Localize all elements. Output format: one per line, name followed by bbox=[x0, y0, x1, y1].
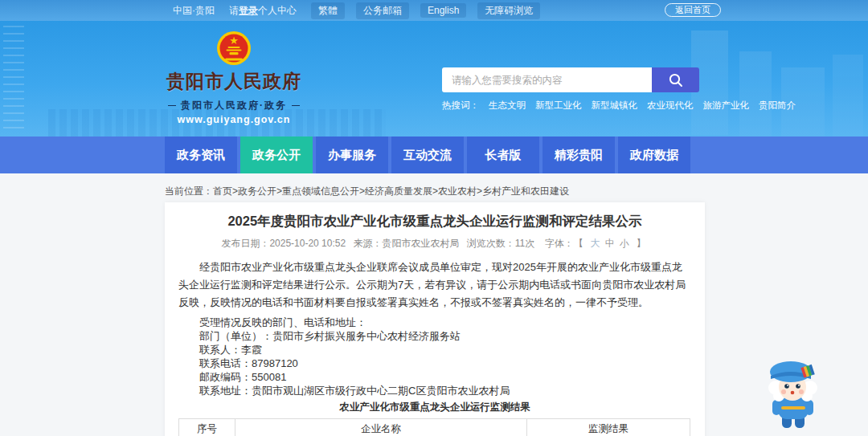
font-size-option[interactable]: 小 bbox=[620, 238, 629, 249]
site-logo-block[interactable]: ★ 贵阳市人民政府 贵阳市人民政府·政务 www.guiyang.gov.cn bbox=[165, 31, 303, 125]
login-emphasis: 登录 bbox=[239, 5, 258, 16]
results-table: 序号企业名称监测结果 1贵州合力超市采购有限公司合格2贵州友禾种业有限公司合格3… bbox=[178, 418, 690, 436]
hot-search-word[interactable]: 农业现代化 bbox=[647, 100, 694, 112]
nav-item[interactable]: 政府数据 bbox=[618, 137, 690, 173]
topbar-link[interactable]: 繁體 bbox=[311, 2, 345, 19]
nav-item[interactable]: 精彩贵阳 bbox=[542, 137, 615, 173]
article-paragraph: 邮政编码：550081 bbox=[178, 372, 691, 382]
city-silhouette-right bbox=[683, 31, 868, 137]
article-paragraph: 部门（单位）：贵阳市乡村振兴服务中心农村经济服务站 bbox=[178, 331, 691, 341]
hot-search-word[interactable]: 贵阳简介 bbox=[759, 100, 796, 112]
publish-date: 发布日期：2025-10-20 10:52 bbox=[221, 238, 346, 249]
topbar-link[interactable]: 无障碍浏览 bbox=[477, 2, 540, 19]
main-nav-bar: 政务资讯政务公开办事服务互动交流长者版精彩贵阳政府数据 bbox=[0, 137, 868, 173]
national-emblem-icon: ★ bbox=[215, 31, 252, 66]
font-label-prefix: 字体：【 bbox=[545, 238, 583, 249]
hot-search-word[interactable]: 新型城镇化 bbox=[592, 100, 638, 112]
region-link[interactable]: 中国·贵阳 bbox=[173, 4, 215, 18]
nav-item[interactable]: 长者版 bbox=[467, 137, 539, 173]
breadcrumb: 当前位置：首页>政务公开>重点领域信息公开>经济高质量发展>农业农村>乡村产业和… bbox=[165, 185, 569, 198]
search-icon bbox=[668, 72, 684, 88]
table-header-cell: 企业名称 bbox=[235, 419, 527, 436]
site-subtitle: 贵阳市人民政府·政务 bbox=[165, 99, 303, 112]
search-button[interactable] bbox=[652, 67, 699, 92]
login-prefix: 请 bbox=[229, 5, 239, 16]
article-paragraph: 经贵阳市农业产业化市级重点龙头企业联席会议成员单位审定，现对2025年开展的农业… bbox=[178, 259, 691, 312]
font-label-suffix: 】 bbox=[637, 238, 646, 249]
back-home-button[interactable]: 返回首页 bbox=[665, 3, 721, 17]
site-title: 贵阳市人民政府 bbox=[165, 69, 303, 94]
content-area: 当前位置：首页>政务公开>重点领域信息公开>经济高质量发展>农业农村>乡村产业和… bbox=[0, 173, 868, 436]
view-count: 浏览次数：11次 bbox=[467, 238, 534, 249]
mascot-assistant[interactable] bbox=[760, 358, 825, 434]
banner-pattern-left bbox=[3, 26, 24, 130]
hot-search-row: 热搜词： 生态文明新型工业化新型城镇化农业现代化旅游产业化贵阳简介 bbox=[442, 100, 699, 112]
topbar-link[interactable]: 公务邮箱 bbox=[356, 2, 409, 19]
hot-search-word[interactable]: 生态文明 bbox=[489, 100, 526, 112]
font-size-option[interactable]: 大 bbox=[591, 238, 600, 249]
font-size-control: 字体：【大中小】 bbox=[542, 238, 649, 249]
font-size-option[interactable]: 中 bbox=[605, 238, 615, 249]
site-url: www.guiyang.gov.cn bbox=[165, 114, 303, 125]
search-block: 热搜词： 生态文明新型工业化新型城镇化农业现代化旅游产业化贵阳简介 bbox=[442, 67, 699, 112]
hot-search-word[interactable]: 旅游产业化 bbox=[703, 100, 750, 112]
article-body: 经贵阳市农业产业化市级重点龙头企业联席会议成员单位审定，现对2025年开展的农业… bbox=[178, 259, 691, 396]
table-header-cell: 序号 bbox=[179, 419, 235, 436]
hot-search-label: 热搜词： bbox=[442, 100, 479, 112]
article-paragraph: 联系人：李霞 bbox=[178, 344, 691, 355]
table-header-cell: 监测结果 bbox=[527, 419, 690, 436]
top-utility-bar: 中国·贵阳 请登录个人中心 繁體公务邮箱English无障碍浏览 返回首页 bbox=[0, 0, 868, 21]
topbar-links: 中国·贵阳 请登录个人中心 繁體公务邮箱English无障碍浏览 bbox=[173, 0, 540, 21]
main-nav-items: 政务资讯政务公开办事服务互动交流长者版精彩贵阳政府数据 bbox=[165, 137, 690, 173]
nav-item[interactable]: 办事服务 bbox=[316, 137, 388, 173]
search-input[interactable] bbox=[442, 67, 652, 92]
article-source: 来源：贵阳市农业农村局 bbox=[353, 238, 459, 249]
site-banner: ★ 贵阳市人民政府 贵阳市人民政府·政务 www.guiyang.gov.cn bbox=[0, 21, 868, 137]
nav-item[interactable]: 互动交流 bbox=[391, 137, 464, 173]
table-header-row: 序号企业名称监测结果 bbox=[179, 419, 690, 436]
article-paragraph: 联系电话：87987120 bbox=[178, 358, 691, 369]
article-paragraph: 联系地址：贵阳市观山湖区市级行政中心二期C区贵阳市农业农村局 bbox=[178, 385, 691, 396]
article-card: 2025年度贵阳市农业产业化市级重点龙头企业运行监测和评定结果公示 发布日期：2… bbox=[165, 202, 705, 436]
hot-search-word[interactable]: 新型工业化 bbox=[535, 100, 582, 112]
article-title: 2025年度贵阳市农业产业化市级重点龙头企业运行监测和评定结果公示 bbox=[178, 213, 691, 230]
article-meta: 发布日期：2025-10-20 10:52 来源：贵阳市农业农村局 浏览次数：1… bbox=[178, 237, 691, 251]
nav-item[interactable]: 政务资讯 bbox=[165, 137, 237, 173]
nav-item[interactable]: 政务公开 bbox=[240, 137, 313, 173]
login-link[interactable]: 请登录个人中心 bbox=[229, 4, 297, 18]
table-caption: 农业产业化市级重点龙头企业运行监测结果 bbox=[178, 401, 691, 414]
login-suffix: 个人中心 bbox=[258, 5, 297, 16]
breadcrumb-path[interactable]: 首页>政务公开>重点领域信息公开>经济高质量发展>农业农村>乡村产业和农田建设 bbox=[213, 185, 569, 197]
article-paragraph: 受理情况反映的部门、电话和地址： bbox=[178, 317, 691, 328]
topbar-links-group: 繁體公务邮箱English无障碍浏览 bbox=[311, 2, 540, 19]
svg-text:★: ★ bbox=[229, 35, 239, 47]
breadcrumb-label: 当前位置： bbox=[165, 185, 213, 197]
font-size-options: 大中小 bbox=[588, 238, 632, 249]
topbar-link[interactable]: English bbox=[420, 3, 466, 18]
page: 中国·贵阳 请登录个人中心 繁體公务邮箱English无障碍浏览 返回首页 ★ bbox=[0, 0, 868, 436]
